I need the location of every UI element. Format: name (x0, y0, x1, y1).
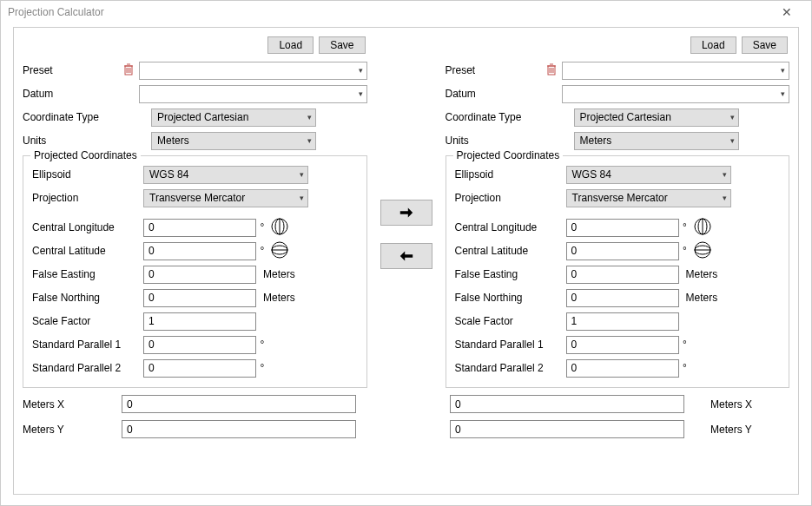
right-group-title: Projected Coordinates (453, 149, 564, 161)
left-load-button[interactable]: Load (267, 36, 314, 54)
right-sf-label: Scale Factor (455, 315, 566, 327)
left-metersx-input[interactable] (122, 395, 356, 413)
right-projected-group: Projected Coordinates Ellipsoid WGS 84 ▾… (446, 155, 790, 388)
left-sp1-input[interactable] (143, 336, 256, 354)
right-metersx-input[interactable] (450, 395, 684, 413)
left-coordtype-value: Projected Cartesian (157, 111, 248, 123)
left-metersy-input[interactable] (122, 420, 356, 438)
degree-symbol: ° (256, 362, 268, 374)
right-units-value: Meters (580, 135, 612, 147)
left-clat-label: Central Latitude (32, 245, 143, 257)
right-sf-input[interactable] (566, 312, 679, 331)
left-sf-input[interactable] (143, 312, 256, 331)
degree-symbol: ° (256, 221, 268, 233)
left-projected-group: Projected Coordinates Ellipsoid WGS 84 ▾… (23, 155, 367, 388)
right-clon-label: Central Longitude (455, 221, 566, 233)
left-units-select[interactable]: Meters ▾ (151, 132, 316, 150)
left-units-value: Meters (157, 135, 189, 147)
left-datum-select[interactable]: ▾ (139, 85, 367, 103)
right-preset-select[interactable]: ▾ (562, 62, 790, 80)
chevron-down-icon: ▾ (781, 89, 785, 98)
left-ellipsoid-select[interactable]: WGS 84 ▾ (143, 166, 308, 184)
right-sp2-label: Standard Parallel 2 (455, 362, 566, 374)
right-units-select[interactable]: Meters ▾ (574, 132, 739, 150)
right-sp2-input[interactable] (566, 359, 679, 378)
chevron-down-icon: ▾ (359, 66, 363, 75)
left-save-button[interactable]: Save (319, 36, 365, 54)
degree-symbol: ° (256, 338, 268, 351)
left-preset-select[interactable]: ▾ (139, 62, 367, 80)
right-lat-globe-button[interactable] (691, 241, 714, 261)
right-projection-label: Projection (455, 192, 566, 204)
degree-symbol: ° (679, 245, 691, 257)
right-ellipsoid-value: WGS 84 (572, 168, 611, 181)
left-metersy-label: Meters Y (23, 424, 113, 436)
right-metersy-input[interactable] (450, 420, 684, 438)
chevron-down-icon: ▾ (359, 89, 363, 98)
left-ellipsoid-value: WGS 84 (149, 168, 188, 181)
right-sp1-input[interactable] (566, 336, 679, 354)
left-projection-select[interactable]: Transverse Mercator ▾ (143, 189, 308, 207)
right-coordtype-value: Projected Cartesian (580, 111, 671, 123)
right-fe-input[interactable] (566, 266, 679, 284)
convert-right-button[interactable] (380, 200, 432, 226)
left-sp2-input[interactable] (143, 359, 256, 378)
right-panel: Load Save Preset ▾ Datum (446, 35, 790, 388)
right-clat-input[interactable] (566, 242, 679, 260)
center-arrows (367, 35, 446, 278)
chevron-down-icon: ▾ (723, 194, 727, 202)
chevron-down-icon: ▾ (307, 113, 312, 122)
left-lat-globe-button[interactable] (268, 241, 291, 261)
chevron-down-icon: ▾ (723, 170, 727, 179)
close-button[interactable]: ✕ (769, 5, 804, 19)
content-frame: Load Save Preset ▾ Datum (13, 27, 799, 495)
longitude-globe-icon (271, 218, 288, 235)
left-clat-input[interactable] (143, 242, 256, 260)
longitude-globe-icon (694, 218, 711, 235)
left-panel: Load Save Preset ▾ Datum (23, 35, 367, 388)
left-preset-label: Preset (23, 64, 118, 76)
right-units-label: Units (446, 135, 574, 147)
right-load-button[interactable]: Load (690, 36, 736, 54)
left-sp1-label: Standard Parallel 1 (32, 338, 143, 351)
latitude-globe-icon (271, 241, 288, 259)
left-fn-input[interactable] (143, 289, 256, 307)
right-ellipsoid-label: Ellipsoid (455, 168, 566, 181)
right-projection-select[interactable]: Transverse Mercator ▾ (566, 189, 731, 207)
right-save-button[interactable]: Save (742, 36, 788, 54)
left-fe-input[interactable] (143, 266, 256, 284)
right-fn-unit: Meters (679, 292, 717, 304)
degree-symbol: ° (679, 362, 691, 374)
right-clon-input[interactable] (566, 219, 679, 237)
left-units-label: Units (23, 135, 151, 147)
right-fn-input[interactable] (566, 289, 679, 307)
left-preset-delete-button[interactable] (118, 63, 139, 78)
chevron-down-icon: ▾ (781, 66, 785, 75)
chevron-down-icon: ▾ (730, 113, 735, 122)
degree-symbol: ° (679, 221, 691, 233)
chevron-down-icon: ▾ (300, 170, 304, 179)
right-preset-delete-button[interactable] (541, 63, 562, 78)
left-projection-value: Transverse Mercator (149, 192, 245, 204)
left-coordtype-select[interactable]: Projected Cartesian ▾ (151, 108, 316, 127)
right-datum-select[interactable]: ▾ (562, 85, 790, 103)
arrow-right-icon (399, 207, 414, 219)
right-metersy-label: Meters Y (693, 424, 780, 436)
chevron-down-icon: ▾ (307, 136, 312, 145)
right-projection-value: Transverse Mercator (572, 192, 668, 204)
trash-icon (123, 63, 134, 76)
left-clon-input[interactable] (143, 219, 256, 237)
degree-symbol: ° (256, 245, 268, 257)
degree-symbol: ° (679, 338, 691, 351)
left-ellipsoid-label: Ellipsoid (32, 168, 143, 181)
left-fe-label: False Easting (32, 268, 143, 280)
right-coordtype-select[interactable]: Projected Cartesian ▾ (574, 108, 739, 127)
right-fe-label: False Easting (455, 268, 566, 280)
right-fe-unit: Meters (679, 268, 717, 280)
left-sp2-label: Standard Parallel 2 (32, 362, 143, 374)
left-lon-globe-button[interactable] (268, 218, 291, 238)
right-ellipsoid-select[interactable]: WGS 84 ▾ (566, 166, 731, 184)
right-lon-globe-button[interactable] (691, 218, 714, 238)
arrow-left-icon (399, 250, 414, 262)
convert-left-button[interactable] (380, 243, 432, 269)
